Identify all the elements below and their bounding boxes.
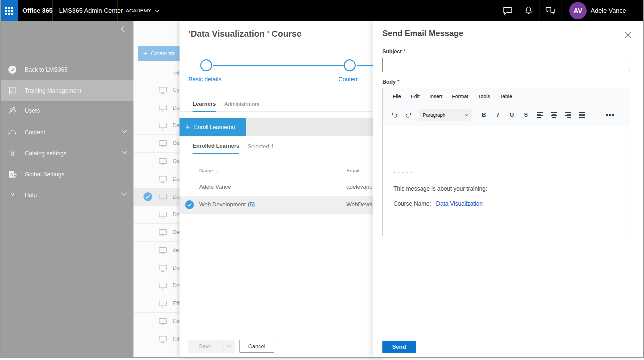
menu-file[interactable]: File xyxy=(391,92,402,100)
align-right-button[interactable] xyxy=(561,109,575,121)
learner-row-selected[interactable]: Web Development(5) WebDevel xyxy=(180,196,382,214)
sidebar-item-training-management[interactable]: Training Management xyxy=(0,80,133,101)
training-row[interactable]: De xyxy=(133,277,180,295)
step-circle-content[interactable] xyxy=(344,59,356,71)
training-row[interactable]: Da xyxy=(133,99,180,117)
subtab-selected[interactable]: Selected1 xyxy=(248,143,274,150)
required-marker: * xyxy=(403,49,405,54)
training-row[interactable]: Cy xyxy=(133,81,180,99)
sidebar-collapse-button[interactable] xyxy=(119,25,129,35)
group-count: (5) xyxy=(248,201,255,208)
title-column-header[interactable]: Titl xyxy=(173,70,179,76)
sidebar-item-global-settings[interactable]: A Global Settings xyxy=(0,164,133,185)
sidebar-item-users[interactable]: Users xyxy=(0,100,133,121)
save-button[interactable]: Save xyxy=(188,340,235,353)
sidebar-item-help[interactable]: ? Help xyxy=(0,185,133,205)
training-row[interactable]: Ess xyxy=(133,313,180,330)
training-row[interactable]: de xyxy=(133,242,180,259)
app-launcher-button[interactable] xyxy=(0,0,18,21)
underline-button[interactable]: U xyxy=(505,109,519,121)
sidebar-item-back-to-lms365[interactable]: Back to LMS365 xyxy=(0,59,133,80)
step-label-basic-details[interactable]: Basic details xyxy=(189,76,221,83)
tenant-dropdown[interactable]: ACADEMY xyxy=(126,0,159,21)
bold-button[interactable]: B xyxy=(477,109,491,121)
redo-button[interactable] xyxy=(401,109,415,121)
topbar-divider xyxy=(117,0,118,21)
menu-format[interactable]: Format xyxy=(450,92,469,100)
selected-check-icon[interactable] xyxy=(185,200,194,209)
training-row[interactable]: De xyxy=(133,259,180,277)
email-body-editable[interactable]: - - - - - This message is about your tra… xyxy=(383,169,630,207)
course-link[interactable]: Data Visualization xyxy=(436,200,483,207)
training-row[interactable]: De xyxy=(133,224,180,241)
cancel-button[interactable]: Cancel xyxy=(239,340,274,353)
avatar[interactable]: AV xyxy=(569,2,587,19)
menu-table[interactable]: Table xyxy=(499,92,514,100)
create-training-button[interactable]: + Create tra xyxy=(138,46,180,61)
subject-input[interactable] xyxy=(382,58,630,72)
training-row[interactable]: Eff xyxy=(133,295,180,313)
training-row[interactable]: Da xyxy=(133,170,180,188)
user-name[interactable]: Adele Vance xyxy=(591,0,626,21)
italic-button[interactable]: I xyxy=(491,109,505,121)
monitor-icon xyxy=(158,335,167,343)
office-365-brand[interactable]: Office 365 xyxy=(22,0,53,21)
paragraph-style-select[interactable]: Paragraph xyxy=(419,109,472,121)
menu-edit[interactable]: Edit xyxy=(409,92,421,100)
chat-button[interactable] xyxy=(497,0,518,21)
sort-ascending-icon: ↑ xyxy=(216,168,219,173)
training-row[interactable]: Da xyxy=(133,153,180,170)
selected-check-icon[interactable] xyxy=(143,192,152,201)
chevron-down-icon xyxy=(121,192,127,196)
training-row-selected[interactable]: Da xyxy=(133,188,180,206)
monitor-icon xyxy=(158,282,167,290)
notifications-button[interactable] xyxy=(518,0,539,21)
editor-toolbar: Paragraph B I U S xyxy=(383,104,630,126)
enroll-learners-button[interactable]: + Enroll Learner(s) xyxy=(180,118,246,136)
question-mark-icon: ? xyxy=(8,191,17,199)
training-row[interactable]: Da xyxy=(133,135,180,152)
learner-row[interactable]: Adele Vance adelevanc xyxy=(180,178,382,196)
undo-button[interactable] xyxy=(387,109,401,121)
monitor-icon xyxy=(158,264,167,272)
users-icon xyxy=(8,106,17,115)
close-button[interactable] xyxy=(624,31,633,39)
send-email-panel: Send Email Message Subject* Body* File E… xyxy=(373,21,644,358)
chat-icon xyxy=(503,6,513,15)
tab-administrators[interactable]: Administrators xyxy=(224,97,259,112)
circle-check-icon xyxy=(8,65,17,74)
menu-tools[interactable]: Tools xyxy=(477,92,492,100)
plus-icon: + xyxy=(186,123,190,132)
chevron-down-icon[interactable] xyxy=(223,345,235,348)
monitor-icon xyxy=(158,104,167,112)
monitor-icon xyxy=(158,122,167,130)
feedback-button[interactable] xyxy=(540,0,561,21)
training-row[interactable]: Da xyxy=(133,117,180,135)
svg-text:A: A xyxy=(10,172,13,177)
send-button[interactable]: Send xyxy=(382,341,416,353)
learners-toolbar: + Enroll Learner(s) xyxy=(180,118,382,136)
sidebar-item-content[interactable]: Content xyxy=(0,122,133,143)
monitor-icon xyxy=(158,86,167,94)
course-name-label: Course Name: xyxy=(393,200,431,207)
sidebar: Back to LMS365 Training Management Users… xyxy=(0,21,133,358)
training-row[interactable]: Eth xyxy=(133,330,180,348)
waffle-icon xyxy=(5,7,13,15)
align-left-button[interactable] xyxy=(533,109,547,121)
strikethrough-button[interactable]: S xyxy=(519,109,533,121)
more-toolbar-options-button[interactable] xyxy=(603,109,617,121)
training-row[interactable]: De xyxy=(133,206,180,224)
name-column-header[interactable]: Name↑ xyxy=(199,168,219,174)
menu-insert[interactable]: Insert xyxy=(428,92,444,100)
tab-learners[interactable]: Learners xyxy=(193,97,216,112)
sidebar-item-catalog-settings[interactable]: Catalog settings xyxy=(0,143,133,164)
top-bar: Office 365 LMS365 Admin Center ACADEMY A… xyxy=(0,0,644,21)
subtab-enrolled-learners[interactable]: Enrolled Learners xyxy=(193,143,239,154)
monitor-icon xyxy=(158,300,167,308)
step-label-content[interactable]: Content xyxy=(338,76,359,83)
align-left-icon xyxy=(537,112,543,118)
align-center-button[interactable] xyxy=(547,109,561,121)
align-justify-button[interactable] xyxy=(575,109,589,121)
undo-icon xyxy=(391,112,398,118)
step-circle-basic-details[interactable] xyxy=(200,59,212,71)
